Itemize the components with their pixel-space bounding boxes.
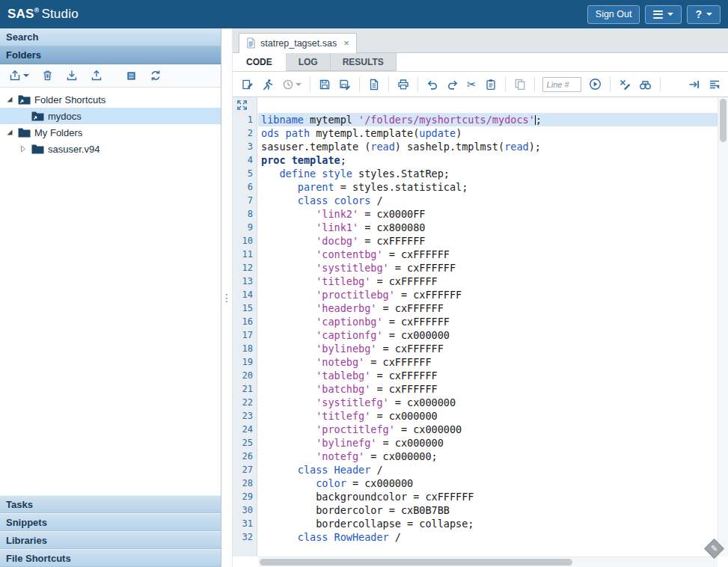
save-as-button[interactable] bbox=[336, 76, 354, 93]
code-line[interactable]: 'captionfg' = cx000000 bbox=[258, 328, 718, 342]
code-line[interactable]: 'headerbg' = cxFFFFFF bbox=[258, 301, 718, 315]
tab-code[interactable]: CODE bbox=[233, 53, 287, 71]
code-line[interactable]: define style styles.StatRep; bbox=[258, 167, 718, 180]
delete-button[interactable] bbox=[40, 68, 55, 83]
maximize-editor-icon[interactable] bbox=[236, 99, 248, 114]
sidebar-section-libraries[interactable]: Libraries bbox=[0, 531, 221, 549]
cut-button[interactable]: ✂ bbox=[464, 76, 480, 92]
tree-item-mydocs[interactable]: mydocs bbox=[0, 108, 221, 124]
vertical-scrollbar-thumb[interactable] bbox=[720, 99, 727, 142]
find-binoculars-icon bbox=[639, 79, 652, 91]
format-code-button[interactable] bbox=[706, 76, 724, 93]
close-tab-icon[interactable]: × bbox=[343, 38, 349, 48]
expander-collapsed-icon[interactable] bbox=[19, 145, 28, 153]
code-line[interactable]: 'titlebg' = cxFFFFFF bbox=[258, 275, 718, 288]
code-line[interactable]: 'tablebg' = cxFFFFFF bbox=[258, 369, 718, 382]
code-line[interactable]: ods path mytempl.template(update) bbox=[258, 126, 718, 140]
code-line[interactable]: 'bylinebg' = cxFFFFFF bbox=[258, 342, 718, 355]
code-line[interactable]: class RowHeader / bbox=[258, 530, 718, 544]
code-line[interactable]: backgroundcolor = cxFFFFFF bbox=[258, 490, 718, 503]
vertical-scrollbar[interactable] bbox=[718, 97, 728, 557]
tree-item-sasuser-v94[interactable]: sasuser.v94 bbox=[0, 141, 221, 157]
paste-button[interactable] bbox=[482, 76, 500, 93]
table-icon bbox=[126, 70, 137, 82]
code-line[interactable]: class colors / bbox=[258, 194, 718, 207]
document-tab[interactable]: statrep_tagset.sas × bbox=[239, 33, 357, 53]
sign-out-button[interactable]: Sign Out bbox=[587, 5, 640, 24]
code-line[interactable]: 'notebg' = cxFFFFFF bbox=[258, 355, 718, 369]
code-line[interactable]: sasuser.template (read) sashelp.tmplmst(… bbox=[258, 140, 718, 153]
code-line[interactable]: 'bylinefg' = cx000000 bbox=[258, 436, 718, 450]
sidebar-section-snippets[interactable]: Snippets bbox=[0, 513, 221, 531]
sidebar-section-file-shortcuts[interactable]: File Shortcuts bbox=[0, 549, 221, 567]
code-line[interactable]: 'contentbg' = cxFFFFFF bbox=[258, 248, 718, 261]
folder-icon bbox=[31, 144, 44, 154]
goto-line-input[interactable] bbox=[542, 77, 581, 92]
folders-toolbar bbox=[0, 64, 221, 88]
code-line[interactable]: 'proctitlefg' = cx000000 bbox=[258, 423, 718, 436]
code-line[interactable]: libname mytempl '/folders/myshortcuts/my… bbox=[258, 113, 718, 126]
code-line[interactable]: 'link1' = cx800080 bbox=[258, 221, 718, 234]
save-button[interactable] bbox=[316, 76, 334, 93]
expander-expanded-icon[interactable] bbox=[6, 96, 14, 103]
line-number: 1 bbox=[233, 113, 257, 126]
sidebar-section-tasks[interactable]: Tasks bbox=[0, 495, 221, 513]
code-line[interactable]: 'captionbg' = cxFFFFFF bbox=[258, 315, 718, 328]
folder-shortcut-icon bbox=[31, 111, 44, 121]
horizontal-scrollbar[interactable] bbox=[258, 557, 718, 567]
redo-button[interactable] bbox=[444, 76, 462, 93]
save-icon bbox=[319, 79, 331, 91]
code-line[interactable]: class Header / bbox=[258, 463, 718, 476]
brand-product: Studio bbox=[41, 7, 78, 21]
upload-button[interactable] bbox=[89, 68, 104, 83]
code-line[interactable]: 'systitlefg' = cx000000 bbox=[258, 396, 718, 409]
code-line[interactable]: color = cx000000 bbox=[258, 476, 718, 490]
run-button[interactable] bbox=[259, 76, 277, 93]
code-line[interactable]: bordercollapse = collapse; bbox=[258, 517, 718, 530]
code-line[interactable]: 'systitlebg' = cxFFFFFF bbox=[258, 261, 718, 275]
new-item-button[interactable] bbox=[7, 68, 31, 83]
code-line[interactable]: parent = styles.statistical; bbox=[258, 180, 718, 194]
tab-log[interactable]: LOG bbox=[287, 53, 331, 71]
app-menu-button[interactable] bbox=[645, 5, 682, 24]
app-title: SAS®Studio bbox=[7, 7, 79, 22]
clear-code-button[interactable] bbox=[616, 76, 634, 93]
code-line[interactable]: 'batchbg' = cxFFFFFF bbox=[258, 382, 718, 396]
line-number: 19 bbox=[233, 355, 257, 369]
goto-line-button[interactable] bbox=[586, 76, 605, 93]
code-line[interactable]: 'docbg' = cxFFFFFF bbox=[258, 234, 718, 248]
refresh-button[interactable] bbox=[148, 68, 163, 83]
code-line[interactable]: bordercolor = cxB0B7BB bbox=[258, 503, 718, 517]
tree-item-folder-shortcuts[interactable]: Folder Shortcuts bbox=[0, 91, 221, 108]
line-number: 9 bbox=[233, 221, 257, 234]
find-replace-button[interactable] bbox=[636, 76, 655, 93]
code-editor[interactable]: 1234567891011121314151617181920212223242… bbox=[233, 97, 728, 567]
download-button[interactable] bbox=[64, 68, 79, 83]
sidebar-section-search[interactable]: Search bbox=[0, 28, 221, 46]
undo-button[interactable] bbox=[423, 76, 441, 93]
page-pencil-icon bbox=[242, 79, 254, 91]
indent-button[interactable] bbox=[685, 76, 703, 93]
print-button[interactable] bbox=[394, 76, 412, 93]
help-button[interactable]: ? bbox=[687, 5, 721, 24]
sidebar-section-folders[interactable]: Folders bbox=[0, 46, 221, 64]
properties-button[interactable] bbox=[124, 69, 138, 83]
caret-down-icon bbox=[23, 74, 29, 77]
code-line[interactable]: 'notefg' = cx000000; bbox=[258, 450, 718, 463]
add-snippet-button[interactable] bbox=[365, 76, 383, 93]
tree-item-my-folders[interactable]: My Folders bbox=[0, 124, 221, 141]
expander-expanded-icon[interactable] bbox=[6, 129, 14, 136]
horizontal-scrollbar-thumb[interactable] bbox=[260, 559, 572, 566]
copy-button[interactable] bbox=[511, 76, 529, 93]
code-line[interactable]: 'link2' = cx0000FF bbox=[258, 207, 718, 221]
print-icon bbox=[397, 79, 409, 91]
code-line[interactable]: proc template; bbox=[258, 153, 718, 167]
tab-results[interactable]: RESULTS bbox=[331, 53, 397, 71]
caret-down-icon bbox=[296, 83, 302, 86]
sidebar-splitter[interactable]: ⋮ bbox=[221, 28, 233, 567]
line-number: 4 bbox=[233, 153, 257, 167]
edit-program-button[interactable] bbox=[239, 76, 257, 93]
submission-history-button[interactable] bbox=[279, 76, 305, 93]
code-line[interactable]: 'proctitlebg' = cxFFFFFF bbox=[258, 288, 718, 301]
code-line[interactable]: 'titlefg' = cx000000 bbox=[258, 409, 718, 423]
